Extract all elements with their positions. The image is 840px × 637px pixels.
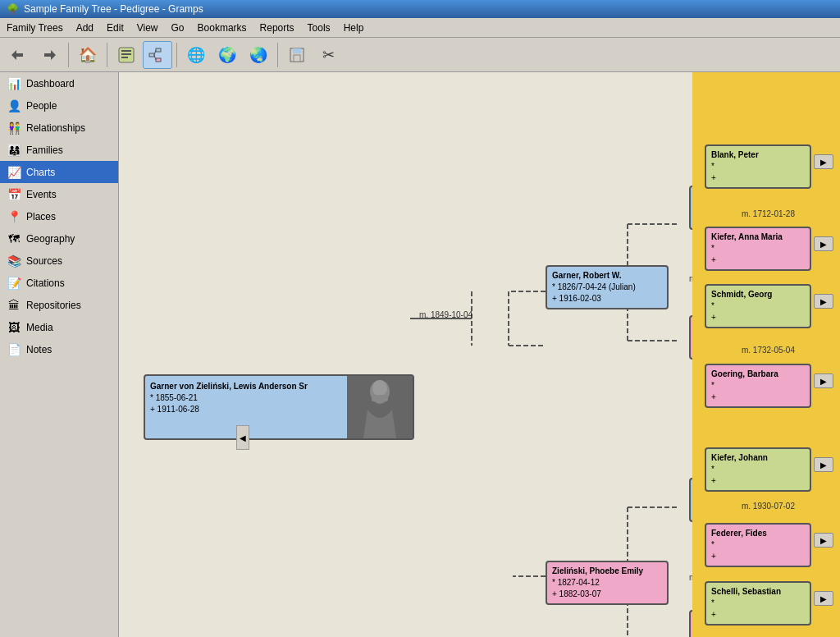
sidebar-label-dashboard: Dashboard	[26, 78, 75, 89]
mff-name: Kiefer, Johann	[711, 452, 805, 464]
person-card-fff[interactable]: Blank, Peter * +	[705, 144, 811, 189]
sidebar-label-media: Media	[26, 322, 53, 333]
sidebar-label-people: People	[26, 100, 57, 112]
sidebar-item-people[interactable]: 👤 People	[0, 94, 118, 117]
menu-family-trees[interactable]: Family Trees	[0, 21, 70, 35]
menu-bookmarks[interactable]: Bookmarks	[191, 21, 253, 35]
fmm-died: +	[711, 392, 805, 403]
media-icon: 🖼	[7, 321, 21, 334]
toolbar-save[interactable]	[282, 41, 312, 69]
sidebar-item-repositories[interactable]: 🏛 Repositories	[0, 294, 118, 316]
person-card-father[interactable]: Garner, Robert W. * 1826/7-04-24 (Julian…	[546, 265, 669, 309]
relationships-icon: 👫	[7, 121, 21, 135]
mmf-expand[interactable]: ▶	[814, 591, 833, 606]
mfm-died: +	[711, 551, 805, 562]
svg-rect-7	[156, 48, 161, 52]
toolbar-back[interactable]	[3, 41, 33, 69]
charts-icon: 📈	[7, 166, 21, 179]
mmf-name: Schelli, Sebastian	[711, 586, 805, 598]
sidebar-item-families[interactable]: 👨‍👩‍👧 Families	[0, 139, 118, 161]
menu-reports[interactable]: Reports	[253, 21, 301, 35]
sidebar-item-geography[interactable]: 🗺 Geography	[0, 227, 118, 250]
person-card-mmf[interactable]: Schelli, Sebastian * +	[705, 581, 811, 626]
mfm-name: Federer, Fides	[711, 528, 805, 539]
mff-died: +	[711, 475, 805, 487]
main-name: Garner von Zieliński, Lewis Anderson Sr	[150, 381, 342, 392]
fmf-expand[interactable]: ▶	[814, 294, 833, 309]
mother-name: Zieliński, Phoebe Emily	[552, 566, 662, 577]
families-icon: 👨‍👩‍👧	[7, 144, 21, 157]
dashboard-icon: 📊	[7, 77, 21, 90]
toolbar-forward[interactable]	[34, 41, 64, 69]
sidebar-item-charts[interactable]: 📈 Charts	[0, 161, 118, 183]
main-died: + 1911-06-28	[150, 404, 342, 415]
sidebar-label-places: Places	[26, 211, 56, 222]
svg-rect-8	[156, 58, 161, 62]
person-card-mff[interactable]: Kiefer, Johann * +	[705, 447, 811, 492]
fff-expand[interactable]: ▶	[814, 154, 833, 169]
toolbar-globe3[interactable]: 🌏	[244, 41, 273, 69]
mff-expand[interactable]: ▶	[814, 457, 833, 472]
toolbar-cut[interactable]: ✂	[313, 41, 343, 69]
person-card-fmf[interactable]: Schmidt, Georg * +	[705, 284, 811, 328]
svg-rect-12	[293, 48, 301, 53]
sidebar-item-relationships[interactable]: 👫 Relationships	[0, 117, 118, 139]
toolbar-edit-person[interactable]	[112, 41, 141, 69]
main-layout: 📊 Dashboard 👤 People 👫 Relationships 👨‍👩…	[0, 72, 840, 637]
marriage-label-fmf-fmm: m. 1732-05-04	[742, 346, 795, 355]
person-card-ffm[interactable]: Kiefer, Anna Maria * +	[705, 227, 811, 271]
person-card-mfm[interactable]: Federer, Fides * +	[705, 523, 811, 567]
person-card-fmm[interactable]: Goering, Barbara * +	[705, 364, 811, 408]
mmf-died: +	[711, 609, 805, 621]
sidebar-label-events: Events	[26, 189, 57, 200]
person-card-mother[interactable]: Zieliński, Phoebe Emily * 1827-04-12 + 1…	[546, 561, 669, 605]
mff-born: *	[711, 464, 805, 475]
sidebar-label-families: Families	[26, 144, 63, 156]
people-icon: 👤	[7, 99, 21, 112]
sidebar-item-sources[interactable]: 📚 Sources	[0, 250, 118, 272]
sidebar-item-media[interactable]: 🖼 Media	[0, 316, 118, 338]
sidebar-label-notes: Notes	[26, 344, 52, 355]
menu-add[interactable]: Add	[70, 21, 100, 35]
svg-rect-4	[121, 53, 131, 55]
sidebar-item-events[interactable]: 📅 Events	[0, 183, 118, 205]
sources-icon: 📚	[7, 254, 21, 268]
menu-view[interactable]: View	[130, 21, 165, 35]
app-icon: 🌳	[7, 3, 19, 15]
mfm-born: *	[711, 539, 805, 551]
main-born: * 1855-06-21	[150, 392, 342, 404]
sidebar-label-charts: Charts	[26, 167, 55, 178]
ffm-expand[interactable]: ▶	[814, 236, 833, 251]
svg-marker-0	[11, 50, 23, 60]
mfm-expand[interactable]: ▶	[814, 533, 833, 548]
person-card-main[interactable]: Garner von Zieliński, Lewis Anderson Sr …	[144, 374, 414, 440]
sidebar-item-places[interactable]: 📍 Places	[0, 205, 118, 227]
ffm-name: Kiefer, Anna Maria	[711, 231, 805, 243]
sidebar-item-dashboard[interactable]: 📊 Dashboard	[0, 72, 118, 94]
svg-rect-5	[121, 57, 128, 58]
menu-edit[interactable]: Edit	[100, 21, 130, 35]
sidebar-item-notes[interactable]: 📄 Notes	[0, 338, 118, 360]
sidebar-label-geography: Geography	[26, 233, 75, 245]
fmf-died: +	[711, 312, 805, 323]
fmf-born: *	[711, 300, 805, 312]
menu-help[interactable]: Help	[337, 21, 371, 35]
fff-born: *	[711, 161, 805, 172]
toolbar-globe2[interactable]: 🌍	[212, 41, 242, 69]
marriage-label-parents: m. 1849-10-04	[419, 310, 472, 319]
fmm-expand[interactable]: ▶	[814, 373, 833, 388]
sidebar-item-citations[interactable]: 📝 Citations	[0, 272, 118, 294]
fff-name: Blank, Peter	[711, 149, 805, 161]
mother-died: + 1882-03-07	[552, 589, 662, 600]
menu-go[interactable]: Go	[165, 21, 191, 35]
toolbar-home[interactable]: 🏠	[73, 41, 103, 69]
sidebar-label-citations: Citations	[26, 277, 65, 289]
toolbar-globe1[interactable]: 🌐	[181, 41, 211, 69]
svg-rect-13	[294, 55, 300, 62]
sidebar-collapse-button[interactable]: ◀	[236, 425, 249, 450]
svg-marker-1	[44, 50, 56, 60]
fmm-born: *	[711, 380, 805, 392]
toolbar-pedigree[interactable]	[143, 41, 172, 69]
ffm-died: +	[711, 254, 805, 266]
menu-tools[interactable]: Tools	[301, 21, 337, 35]
